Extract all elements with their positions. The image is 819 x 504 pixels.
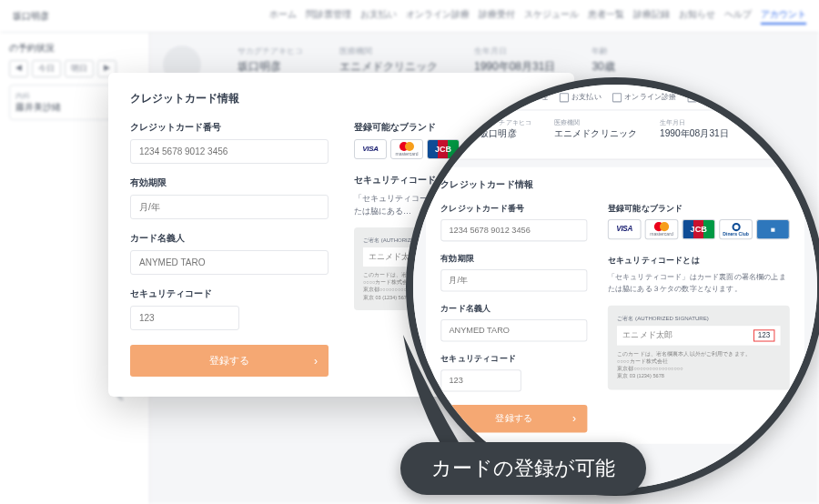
tab-online[interactable]: オンライン診療 bbox=[406, 8, 470, 25]
register-button[interactable]: 登録する › bbox=[130, 345, 329, 377]
current-user: 坂口明彦 bbox=[13, 10, 49, 23]
visa-icon: VISA bbox=[608, 219, 642, 239]
zoom-card-number-input[interactable] bbox=[440, 219, 587, 241]
tab-questionnaire[interactable]: 問診票管理 bbox=[306, 8, 351, 25]
expiry-input[interactable] bbox=[130, 195, 329, 219]
diners-icon: Diners Club bbox=[719, 219, 753, 239]
cvv-input[interactable] bbox=[130, 306, 239, 330]
tab-patients[interactable]: 患者一覧 bbox=[588, 8, 624, 25]
tab-help[interactable]: ヘルプ bbox=[724, 8, 752, 25]
chevron-right-icon: › bbox=[314, 355, 318, 368]
tab-payment[interactable]: お支払い bbox=[360, 8, 397, 25]
modal-title: クレジットカード情報 bbox=[130, 91, 239, 106]
zoom-card-sample: ご署名 (AUTHORIZED SIGNATURE) エニメド太郎 123 この… bbox=[608, 305, 790, 389]
cvv-label: セキュリティコード bbox=[130, 287, 329, 300]
tab-reception[interactable]: 診療受付 bbox=[479, 8, 515, 25]
tab-schedule[interactable]: スケジュール bbox=[524, 8, 579, 25]
sidebar-title: の予約状況 bbox=[9, 42, 140, 55]
nav-tabs: ホーム 問診票管理 お支払い オンライン診療 診療受付 スケジュール 患者一覧 … bbox=[269, 8, 806, 25]
tab-news[interactable]: お知らせ bbox=[679, 8, 715, 25]
expiry-label: 有効期限 bbox=[130, 176, 329, 189]
jcb-icon: JCB bbox=[682, 219, 715, 239]
mastercard-icon: mastercard bbox=[390, 139, 423, 159]
tab-records[interactable]: 診療記録 bbox=[633, 8, 670, 25]
card-number-input[interactable] bbox=[130, 139, 329, 164]
tomorrow-chip[interactable]: 明日 bbox=[65, 60, 94, 77]
card-number-label: クレジットカード番号 bbox=[130, 121, 329, 134]
visa-icon: VISA bbox=[354, 139, 387, 159]
amex-icon: ▦ bbox=[756, 219, 790, 239]
holder-label: カード名義人 bbox=[130, 232, 329, 245]
tab-account[interactable]: アカウント bbox=[761, 8, 806, 25]
chevron-right-icon: › bbox=[572, 412, 576, 425]
tab-home[interactable]: ホーム bbox=[269, 8, 297, 25]
today-chip[interactable]: 今日 bbox=[32, 60, 61, 77]
zoom-expiry-input[interactable] bbox=[440, 269, 587, 291]
prev-button[interactable]: ◀ bbox=[9, 60, 28, 77]
mastercard-icon: mastercard bbox=[645, 219, 679, 239]
holder-input[interactable] bbox=[130, 250, 329, 275]
app-header: 坂口明彦 ホーム 問診票管理 お支払い オンライン診療 診療受付 スケジュール … bbox=[0, 0, 819, 33]
callout-bubble: カードの登録が可能 bbox=[400, 442, 646, 495]
